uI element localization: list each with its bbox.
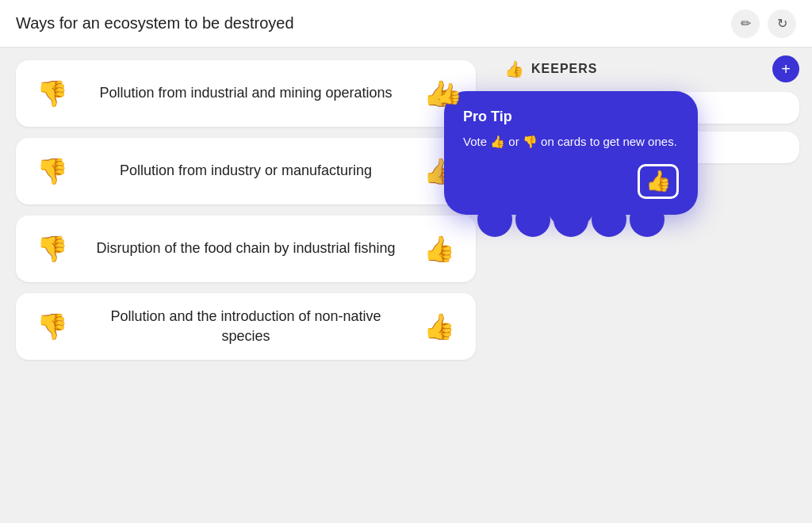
tooltip-bubbles bbox=[444, 202, 698, 237]
pro-tip-title: Pro Tip bbox=[463, 109, 679, 125]
bubble-4 bbox=[592, 202, 626, 237]
main-content: 👎 Pollution from industrial and mining o… bbox=[0, 48, 812, 523]
keepers-panel: 👍 KEEPERS + ...plant life ...ns and 👍 Pr… bbox=[492, 48, 812, 523]
thumbs-down-button[interactable]: 👎 bbox=[32, 306, 73, 347]
thumbs-down-button[interactable]: 👎 bbox=[32, 151, 73, 192]
bubble-5 bbox=[630, 202, 665, 237]
thumbs-down-icon: 👎 bbox=[36, 234, 68, 264]
bubble-1 bbox=[477, 202, 512, 237]
bubble-2 bbox=[515, 202, 550, 237]
keepers-label: KEEPERS bbox=[531, 62, 597, 76]
pro-tip-pointer-icon: 👍 bbox=[436, 82, 462, 106]
thumbs-up-icon: 👍 bbox=[423, 234, 455, 264]
list-item: 👎 Pollution and the introduction of non-… bbox=[16, 293, 476, 360]
header-actions: ✏ ↻ bbox=[731, 10, 796, 38]
pro-tip-text: Vote 👍 or 👎 on cards to get new ones. bbox=[463, 133, 679, 151]
thumbs-down-button[interactable]: 👎 bbox=[32, 73, 73, 114]
list-item: 👎 Pollution from industry or manufacturi… bbox=[16, 138, 476, 204]
card-text: Pollution and the introduction of non-na… bbox=[86, 307, 406, 346]
page-title: Ways for an ecosystem to be destroyed bbox=[16, 14, 731, 32]
refresh-icon: ↻ bbox=[777, 16, 787, 31]
thumbs-down-icon: 👎 bbox=[36, 311, 68, 342]
card-text: Disruption of the food chain by industri… bbox=[86, 239, 406, 258]
keepers-title: 👍 KEEPERS bbox=[504, 59, 597, 78]
thumbs-up-icon: 👍 bbox=[423, 311, 455, 342]
list-item: 👎 Pollution from industrial and mining o… bbox=[16, 60, 476, 127]
edit-icon: ✏ bbox=[741, 16, 751, 31]
thumbs-down-button[interactable]: 👎 bbox=[32, 228, 73, 269]
add-keeper-button[interactable]: + bbox=[772, 55, 799, 82]
pro-tip-thumbs-up-icon: 👍 bbox=[645, 169, 671, 193]
app-header: Ways for an ecosystem to be destroyed ✏ … bbox=[0, 0, 812, 48]
refresh-button[interactable]: ↻ bbox=[768, 10, 796, 38]
pro-tip-thumbs-up-button[interactable]: 👍 bbox=[638, 164, 679, 199]
edit-button[interactable]: ✏ bbox=[731, 10, 760, 38]
plus-icon: + bbox=[781, 60, 791, 78]
keepers-header: 👍 KEEPERS + bbox=[504, 55, 799, 82]
card-text: Pollution from industrial and mining ope… bbox=[86, 83, 406, 103]
pro-tip-tooltip: 👍 Pro Tip Vote 👍 or 👎 on cards to get ne… bbox=[444, 91, 698, 215]
pro-tip-action: 👍 bbox=[463, 164, 679, 199]
cards-panel: 👎 Pollution from industrial and mining o… bbox=[0, 48, 492, 523]
keepers-thumb-icon: 👍 bbox=[504, 59, 525, 78]
card-text: Pollution from industry or manufacturing bbox=[86, 161, 406, 181]
list-item: 👎 Disruption of the food chain by indust… bbox=[16, 216, 476, 282]
thumbs-down-icon: 👎 bbox=[36, 156, 68, 186]
bubble-3 bbox=[553, 202, 588, 237]
thumbs-up-button[interactable]: 👍 bbox=[419, 306, 460, 347]
thumbs-down-icon: 👎 bbox=[36, 78, 68, 109]
